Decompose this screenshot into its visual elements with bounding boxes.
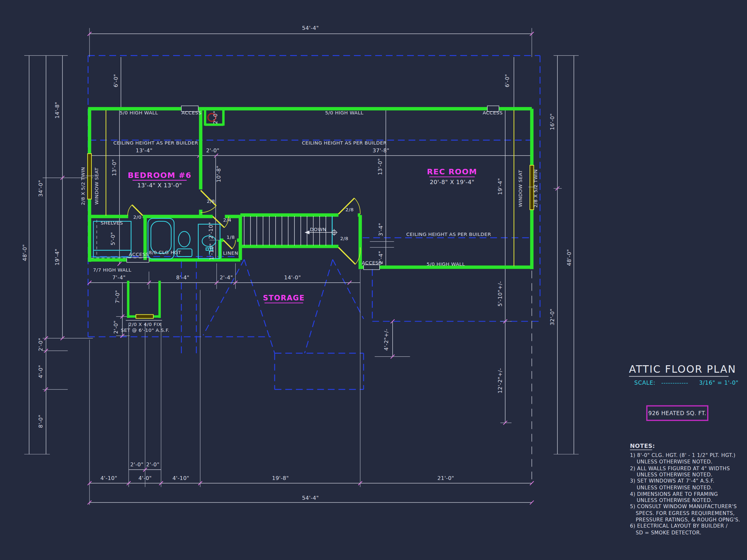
dim: 2'-0": [130, 461, 144, 468]
fixed-window-note: 2/0 X 4/0 FIX: [129, 321, 161, 327]
door-size-label: 2/4: [223, 217, 231, 223]
dim: 6'-0": [113, 74, 119, 87]
scale-note: SCALE: ------------ 3/16" = 1'-0": [634, 379, 739, 386]
dim: 8'-0": [37, 415, 44, 428]
dim: 3'-4": [378, 223, 384, 236]
notes-heading: NOTES:: [630, 442, 655, 449]
dim: 8'-4": [176, 274, 189, 281]
fixed-window-note: SET @ 6'-10" A.S.F.: [121, 327, 170, 333]
dim: 4'-0": [37, 365, 44, 378]
shelves-label: SHELVES: [101, 220, 123, 226]
dim: 7'-0": [115, 290, 121, 303]
ceiling-height-label: CEILING HEIGHT AS PER BUILDER: [406, 231, 491, 237]
door-size-label: 2/8: [207, 198, 215, 204]
twin-window-label: 2/8 X 5/2 TWIN: [533, 169, 539, 207]
dim: 19'-4": [54, 248, 60, 265]
dim: 16'-0": [549, 113, 556, 130]
twin-window-left: [87, 154, 92, 199]
note-line: 6) ELECTRICAL LAYOUT BY BUILDER /: [630, 523, 728, 529]
access-label: ACCESS: [129, 251, 149, 257]
dim: 5'-0": [110, 232, 116, 245]
note-line: SPECS. FOR EGRESS REQUIREMENTS,: [636, 510, 735, 516]
dim: 4'-10": [101, 475, 118, 481]
dim: 6'-0": [504, 74, 510, 87]
down-label: DOWN: [310, 226, 327, 232]
dim: 4'-10": [173, 475, 189, 481]
door-size-label: 1/8: [227, 234, 235, 240]
bathtub-inner: [151, 221, 171, 253]
ceiling-height-label: CEILING HEIGHT AS PER BUILDER: [302, 140, 387, 146]
dim: 2'-4": [220, 274, 233, 281]
windows: [85, 106, 537, 319]
annotation-texts: 5/0 HIGH WALL 5/0 HIGH WALL 5/0 HIGH WAL…: [80, 110, 539, 333]
window-seat-label: WINDOW SEAT: [94, 167, 100, 205]
dim: 14'-8": [54, 102, 60, 118]
dim: 13'-0": [377, 158, 383, 175]
dim: 19'-4": [497, 178, 503, 195]
dim: 37'-8": [372, 148, 389, 154]
sheet-title: ATTIC FLOOR PLAN: [629, 363, 736, 375]
high-wall-label: 7/7 HIGH WALL: [93, 267, 132, 273]
floor-plan-drawing: 54'-4" 54'-4" 6'-0" 6'-0" 14'-8" 19'-4" …: [0, 0, 747, 560]
dim: 48'-0": [22, 244, 28, 261]
linen-label: LINEN: [223, 250, 238, 256]
dim: 2'-10": [208, 222, 214, 239]
toilet-bowl: [178, 231, 190, 247]
note-line: 5) CONSULT WINDOW MANUFACTURER'S: [630, 504, 737, 509]
high-wall-label: 5/0 HIGH WALL: [427, 261, 465, 267]
dim-total-bottom: 54'-4": [302, 495, 319, 501]
room-name-rec: REC ROOM: [427, 167, 477, 176]
note-line: 4) DIMENSIONS ARE TO FRAMING: [630, 491, 718, 497]
clg-hgt-label: 8/0 CLG HGT: [149, 249, 181, 256]
dim: 2'-0": [212, 111, 218, 124]
note-line: 1) 8'-0" CLG. HGT. (8' - 1 1/2" PLT. HGT…: [630, 452, 736, 458]
dim: 14'-0": [284, 274, 301, 281]
high-wall-label: 5/0 HIGH WALL: [325, 110, 364, 116]
dimension-texts: 54'-4" 54'-4" 6'-0" 6'-0" 14'-8" 19'-4" …: [22, 25, 572, 501]
note-line: UNLESS OTHERWISE NOTED.: [637, 472, 713, 478]
high-wall-label: 5/0 HIGH WALL: [120, 110, 158, 116]
dim: 4'-2"+/-: [383, 329, 389, 351]
dim: 2'-0": [206, 148, 220, 154]
note-line: 3) SET WINDOWS AT 7'-4" A.S.F.: [630, 478, 715, 484]
dim: 2'-0": [146, 461, 159, 468]
dim: 2'-0": [37, 338, 44, 351]
dim: 5'-10"+/-: [497, 281, 503, 306]
door-size-label: 2/8: [345, 207, 354, 213]
room-size-bedroom: 13'-4" X 13'-0": [137, 182, 182, 189]
access-label: ACCESS: [362, 260, 382, 266]
twin-window-label: 2/8 X 5/2 TWIN: [80, 167, 86, 205]
cad-attic-floor-plan-sheet: 54'-4" 54'-4" 6'-0" 6'-0" 14'-8" 19'-4" …: [0, 0, 747, 560]
dim: 48'-0": [566, 249, 572, 266]
dim: 7'-4": [112, 274, 126, 281]
window-seat-label: WINDOW SEAT: [517, 170, 523, 207]
title-block: ATTIC FLOOR PLAN SCALE: ------------ 3/1…: [629, 363, 740, 536]
note-line: 2) ALL WALLS FIGURED AT 4" WIDTHS: [630, 466, 730, 472]
dim: 32'-0": [549, 309, 556, 325]
note-line: UNLESS OTHERWISE NOTED.: [637, 459, 713, 465]
dim: 34'-0": [37, 180, 44, 197]
dim: 1'-10": [208, 243, 215, 260]
dim: 19'-8": [272, 475, 289, 481]
dim: 4'-0": [138, 475, 152, 481]
dim: 13'-4": [136, 148, 153, 154]
faucet: [206, 248, 208, 250]
ceiling-height-label: CEILING HEIGHT AS PER BUILDER: [113, 140, 198, 146]
door-size-label: 2/8: [340, 236, 348, 241]
dim: 13'-0": [111, 159, 118, 176]
dim: 2'-0": [113, 321, 119, 334]
access-label: ACCESS: [182, 110, 202, 116]
heated-area-label: 926 HEATED SQ. FT.: [648, 410, 706, 417]
door-size-label: 2/0: [133, 214, 141, 220]
room-size-rec: 20'-8" X 19'-4": [430, 179, 474, 185]
dim: 21'-0": [437, 475, 454, 481]
dormer-fixed-window: [136, 315, 153, 319]
room-name-storage: STORAGE: [263, 294, 305, 302]
roof-outline-dashed: [88, 55, 540, 484]
dim: 10'-8": [215, 166, 222, 183]
note-line: UNLESS OTHERWISE NOTED.: [637, 485, 713, 491]
note-line: SD = SMOKE DETECTOR.: [636, 530, 701, 536]
access-label: ACCESS: [483, 110, 503, 116]
note-line: UNLESS OTHERWISE NOTED.: [637, 498, 713, 503]
room-name-bedroom: BEDROOM #6: [128, 171, 191, 180]
